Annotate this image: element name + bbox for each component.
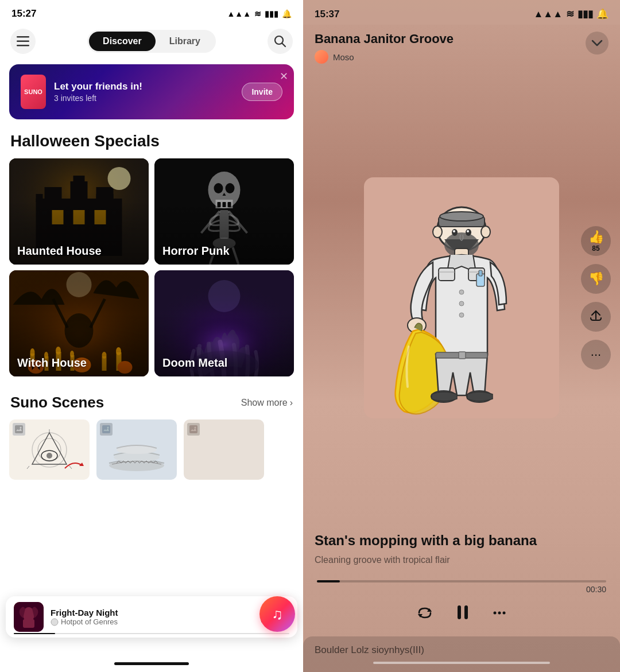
time-display: 00:30 xyxy=(317,585,606,594)
mini-album-art xyxy=(14,602,44,632)
now-playing-header: Banana Janitor Groove Moso xyxy=(303,25,620,64)
share-icon xyxy=(590,309,602,325)
close-banner-button[interactable]: ✕ xyxy=(280,70,288,83)
svg-point-89 xyxy=(481,226,490,238)
invite-button[interactable]: Invite xyxy=(242,83,282,101)
home-indicator xyxy=(114,662,189,665)
menu-button[interactable] xyxy=(10,29,36,54)
share-button[interactable] xyxy=(581,302,611,332)
scene-card-plates[interactable] xyxy=(96,419,177,480)
doom-metal-label: Doom Metal xyxy=(154,349,235,376)
mini-progress-bar xyxy=(14,633,289,634)
replay-button[interactable] xyxy=(416,604,434,626)
signal-icon: ▲▲▲ xyxy=(227,9,251,18)
svg-rect-1 xyxy=(17,41,29,42)
more-options-button[interactable]: ··· xyxy=(581,340,611,370)
svg-rect-96 xyxy=(479,270,482,276)
np-artist: Moso xyxy=(315,50,586,64)
right-panel: 15:37 ▲▲▲ ≋ ▮▮▮ 🔔 Banana Janitor Groove … xyxy=(303,0,620,672)
status-icons-left: ▲▲▲ ≋ ▮▮▮ 🔔 xyxy=(227,9,292,18)
queue-item: Boulder Lolz sioynhys(III) xyxy=(315,644,609,656)
bell-icon: 🔔 xyxy=(282,9,292,18)
status-bar-right: 15:37 ▲▲▲ ≋ ▮▮▮ 🔔 xyxy=(303,0,620,25)
wifi-icon-right: ≋ xyxy=(566,8,574,20)
ellipsis-icon: ··· xyxy=(591,347,601,362)
pause-button[interactable] xyxy=(452,602,473,627)
top-nav: Discover Library xyxy=(0,24,303,62)
suno-card-icon: SUNO xyxy=(21,75,46,109)
invite-banner: SUNO Let your friends in! 3 invites left… xyxy=(9,64,294,119)
chevron-down-button[interactable] xyxy=(586,32,609,55)
discover-tab[interactable]: Discover xyxy=(89,32,156,51)
song-sub-description: Cleaning groove with tropical flair xyxy=(315,554,609,566)
progress-fill xyxy=(317,580,340,582)
svg-point-63 xyxy=(46,453,52,459)
svg-point-87 xyxy=(467,230,469,232)
status-icons-right: ▲▲▲ ≋ ▮▮▮ 🔔 xyxy=(534,8,609,20)
svg-point-88 xyxy=(433,226,442,238)
scene-card-s[interactable] xyxy=(184,419,264,480)
svg-rect-91 xyxy=(439,268,455,281)
floating-music-button[interactable]: ♫ xyxy=(259,596,295,632)
bottom-queue: Boulder Lolz sioynhys(III) xyxy=(303,636,620,672)
chevron-right-icon: › xyxy=(290,398,293,408)
svg-point-82 xyxy=(440,212,483,221)
svg-point-74 xyxy=(195,427,196,429)
controls-row xyxy=(317,602,606,627)
doom-metal-card[interactable]: Doom Metal xyxy=(154,270,294,376)
mini-progress-fill xyxy=(14,633,55,634)
horror-punk-card[interactable]: Horror Punk xyxy=(154,158,294,265)
like-button[interactable]: 👍 85 xyxy=(581,226,611,256)
mini-info: Fright-Day Night Hotpot of Genres xyxy=(51,608,254,626)
svg-point-84 xyxy=(452,229,458,236)
haunted-house-card[interactable]: Haunted House xyxy=(9,158,149,265)
svg-rect-68 xyxy=(102,425,110,433)
scenes-header: Suno Scenes Show more › xyxy=(0,382,303,419)
player-controls: 00:30 xyxy=(303,572,620,636)
show-more-button[interactable]: Show more › xyxy=(241,398,293,408)
genre-grid: Haunted House xyxy=(0,158,303,376)
status-time-left: 15:27 xyxy=(11,8,36,20)
search-button[interactable] xyxy=(268,29,293,54)
like-count: 85 xyxy=(592,244,599,253)
artist-name: Moso xyxy=(333,52,354,62)
np-song-title: Banana Janitor Groove xyxy=(315,32,586,46)
scenes-row xyxy=(0,419,303,480)
battery-icon: ▮▮▮ xyxy=(265,9,278,18)
scene-card-eye[interactable] xyxy=(9,419,90,480)
artist-avatar xyxy=(315,50,328,64)
progress-bar-container: 00:30 xyxy=(317,580,606,594)
horror-punk-label: Horror Punk xyxy=(154,238,238,265)
svg-line-65 xyxy=(27,466,29,469)
library-tab[interactable]: Library xyxy=(156,32,214,51)
action-buttons: 👍 85 👎 ··· xyxy=(581,226,611,370)
album-art-illustration xyxy=(364,177,559,418)
svg-rect-99 xyxy=(459,352,466,359)
svg-point-86 xyxy=(453,230,455,232)
mini-title: Fright-Day Night xyxy=(51,608,254,617)
thumbs-down-icon: 👎 xyxy=(588,271,604,286)
svg-rect-0 xyxy=(17,36,29,38)
now-playing-info: Banana Janitor Groove Moso xyxy=(315,32,586,64)
more-button[interactable] xyxy=(491,605,507,625)
left-panel: 15:27 ▲▲▲ ≋ ▮▮▮ 🔔 Discover Library xyxy=(0,0,303,672)
svg-line-4 xyxy=(282,44,286,47)
mini-player: Fright-Day Night Hotpot of Genres ▶ ⏭ xyxy=(6,596,297,638)
svg-rect-2 xyxy=(17,45,29,46)
svg-rect-108 xyxy=(464,605,468,619)
svg-point-110 xyxy=(498,611,501,614)
status-bar-left: 15:27 ▲▲▲ ≋ ▮▮▮ 🔔 xyxy=(0,0,303,24)
progress-track[interactable] xyxy=(317,580,606,582)
svg-point-59 xyxy=(20,427,22,429)
haunted-house-label: Haunted House xyxy=(9,238,110,265)
witch-house-card[interactable]: Witch House xyxy=(9,270,149,376)
dislike-button[interactable]: 👎 xyxy=(581,264,611,294)
nav-toggle: Discover Library xyxy=(87,30,216,53)
album-art-area: 👍 85 👎 ··· xyxy=(303,64,620,533)
scenes-title: Suno Scenes xyxy=(10,394,104,411)
song-description: Stan's mopping with a big banana Cleanin… xyxy=(303,533,620,572)
svg-point-103 xyxy=(459,301,464,306)
svg-point-69 xyxy=(107,427,109,429)
svg-point-102 xyxy=(459,290,464,294)
thumbs-up-icon: 👍 xyxy=(588,230,604,244)
